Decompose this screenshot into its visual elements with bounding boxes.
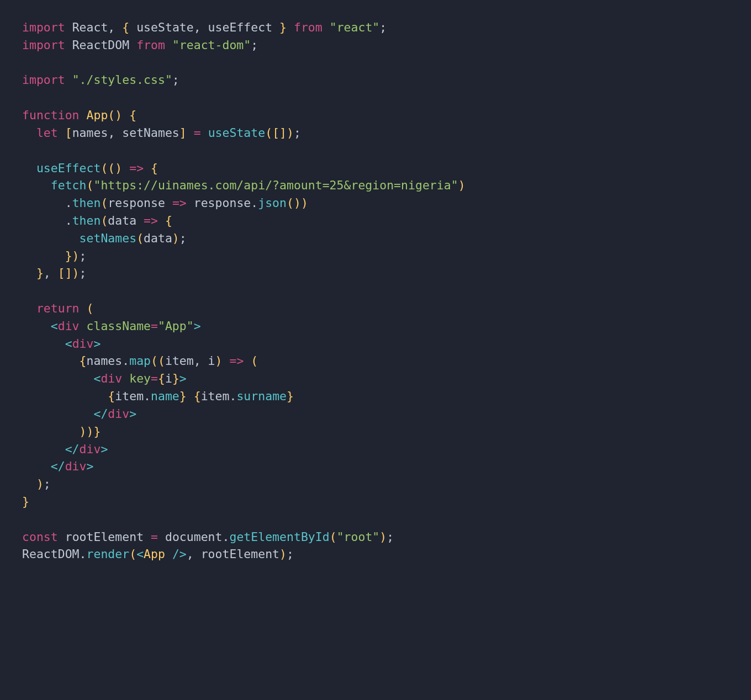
code-token [165, 196, 172, 210]
code-token: div [80, 442, 101, 456]
code-line: .then(data => { [22, 212, 729, 230]
code-token: names [72, 126, 108, 140]
code-line: return ( [22, 300, 729, 317]
code-token: , [108, 20, 122, 34]
code-token: { [158, 372, 165, 385]
code-token: let [36, 126, 58, 140]
code-token: ( [136, 231, 144, 245]
code-token: ; [287, 547, 294, 561]
code-line [22, 511, 729, 528]
code-token: ; [251, 38, 258, 52]
code-token: ] [179, 126, 187, 140]
code-token [322, 20, 330, 34]
code-token: ; [387, 530, 394, 544]
code-token: div [58, 319, 80, 333]
code-token: surname [236, 389, 287, 403]
code-token: , [194, 20, 208, 34]
code-token [22, 442, 65, 456]
code-token [22, 477, 36, 491]
code-token: from [294, 20, 322, 34]
code-line: .then(response => response.json()) [22, 194, 729, 212]
code-token: "App" [158, 319, 194, 333]
code-token: ) [458, 178, 466, 192]
code-token [129, 20, 136, 34]
code-line [22, 142, 729, 160]
code-token: document [165, 530, 223, 544]
code-token: ( [129, 547, 136, 561]
code-token: > [194, 319, 201, 333]
code-line: }, []); [22, 264, 729, 282]
code-token: < [65, 337, 72, 351]
code-token: import [22, 38, 65, 52]
code-token: App [87, 108, 108, 122]
code-token [22, 161, 36, 175]
code-token: (( [151, 354, 165, 368]
code-token: "https://uinames.com/api/?amount=25&regi… [93, 178, 458, 192]
code-token: key [129, 372, 151, 385]
code-token: "react-dom" [172, 38, 251, 52]
code-token: []) [58, 266, 80, 280]
code-token: , [194, 354, 208, 368]
code-token: ; [44, 477, 51, 491]
code-token: setNames [122, 126, 179, 140]
code-line: import ReactDOM from "react-dom"; [22, 36, 729, 54]
code-token: } [279, 20, 287, 34]
code-token: = [194, 126, 201, 140]
code-token [187, 126, 194, 140]
code-token: . [223, 530, 230, 544]
code-token: { [165, 214, 172, 227]
code-token: ; [80, 266, 87, 280]
code-token: . [80, 547, 87, 561]
code-token: ))} [80, 425, 101, 438]
code-token: ) [379, 530, 387, 544]
code-line: ); [22, 475, 729, 493]
code-token [65, 20, 72, 34]
code-token: rootElement [65, 530, 144, 544]
code-token: useEffect [36, 161, 101, 175]
code-token: { [194, 389, 201, 403]
code-line [22, 89, 729, 107]
code-token: { [151, 161, 158, 175]
code-token [22, 266, 36, 280]
code-token: data [144, 231, 172, 245]
code-token: useState [208, 126, 266, 140]
code-token [22, 407, 93, 421]
code-token [58, 530, 65, 544]
code-token [22, 301, 36, 315]
code-token: </ [65, 442, 80, 456]
code-token: setNames [80, 231, 137, 245]
code-token [22, 337, 65, 351]
code-token [22, 425, 80, 438]
code-token [22, 389, 108, 403]
code-token [187, 389, 194, 403]
code-token: ( [101, 214, 108, 227]
code-line: import "./styles.css"; [22, 71, 729, 89]
code-token: } [179, 389, 187, 403]
code-token: , [108, 126, 122, 140]
code-token: ) [172, 231, 179, 245]
code-token: i [208, 354, 215, 368]
code-token: ) [215, 354, 223, 368]
code-token [144, 530, 151, 544]
code-token: /> [172, 547, 187, 561]
code-token [80, 301, 87, 315]
code-token: "./styles.css" [72, 73, 172, 87]
code-token: "root" [337, 530, 380, 544]
code-token [122, 372, 129, 385]
code-token: function [22, 108, 80, 122]
code-line: const rootElement = document.getElementB… [22, 528, 729, 546]
code-token: } [22, 495, 29, 508]
code-token [158, 214, 165, 227]
code-token: = [151, 530, 158, 544]
code-token [136, 214, 144, 227]
code-token: import [22, 20, 65, 34]
code-token [22, 372, 93, 385]
code-block: import React, { useState, useEffect } fr… [22, 19, 729, 563]
code-token [22, 459, 51, 473]
code-token [22, 214, 65, 227]
code-token [80, 319, 87, 333]
code-token [22, 126, 36, 140]
code-token: > [179, 372, 187, 385]
code-line: </div> [22, 441, 729, 458]
code-token [58, 126, 65, 140]
